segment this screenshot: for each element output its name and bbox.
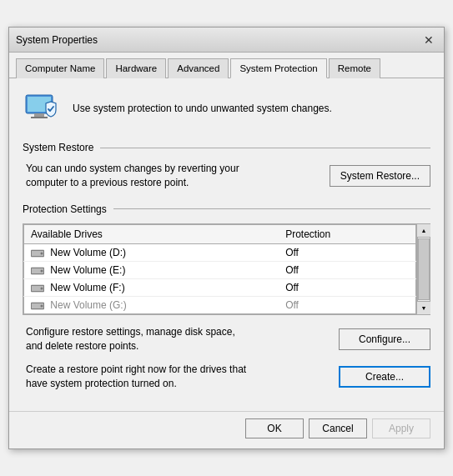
tab-bar: Computer Name Hardware Advanced System P…: [9, 53, 444, 78]
dialog-footer: OK Cancel Apply: [9, 411, 444, 448]
system-restore-label: System Restore: [23, 142, 93, 153]
drive-name: New Volume (G:): [24, 296, 279, 313]
restore-section: You can undo system changes by reverting…: [23, 162, 430, 190]
protection-settings-section: Protection Settings Available Drives Pro…: [23, 203, 430, 315]
cancel-button[interactable]: Cancel: [309, 418, 367, 438]
svg-point-9: [41, 269, 43, 272]
drive-protection: Off: [279, 296, 415, 313]
col-protection: Protection: [279, 224, 415, 243]
table-row[interactable]: New Volume (E:) Off: [24, 261, 416, 278]
header-section: Use system protection to undo unwanted s…: [23, 88, 430, 128]
drive-name: New Volume (F:): [24, 278, 279, 296]
table-row[interactable]: New Volume (D:) Off: [24, 243, 416, 261]
svg-point-6: [41, 252, 43, 254]
table-row[interactable]: New Volume (F:) Off: [24, 278, 416, 296]
drive-protection: Off: [279, 243, 415, 261]
drive-table-container: Available Drives Protection: [23, 223, 430, 315]
close-button[interactable]: ✕: [420, 32, 437, 48]
drive-table-border: Available Drives Protection: [23, 223, 417, 315]
tab-remote[interactable]: Remote: [329, 58, 380, 78]
restore-description: You can undo system changes by reverting…: [26, 162, 243, 190]
svg-point-15: [41, 304, 43, 307]
configure-button[interactable]: Configure...: [339, 328, 430, 350]
configure-description: Configure restore settings, manage disk …: [26, 325, 251, 353]
protection-settings-label: Protection Settings: [23, 203, 107, 215]
close-icon: ✕: [424, 33, 434, 47]
drive-icon: [31, 248, 44, 258]
tab-advanced[interactable]: Advanced: [168, 58, 229, 78]
system-restore-header: System Restore: [23, 142, 430, 153]
system-properties-window: System Properties ✕ Computer Name Hardwa…: [8, 27, 445, 449]
system-protection-icon: [23, 88, 63, 128]
drive-protection: Off: [279, 278, 415, 296]
drive-name: New Volume (D:): [24, 243, 279, 261]
configure-section: Configure restore settings, manage disk …: [23, 325, 430, 353]
drive-icon: [31, 266, 44, 276]
drive-name: New Volume (E:): [24, 261, 279, 278]
scroll-up-button[interactable]: ▲: [417, 224, 430, 238]
tab-hardware[interactable]: Hardware: [106, 58, 166, 78]
ok-button[interactable]: OK: [245, 418, 304, 438]
scroll-up-icon: ▲: [421, 228, 427, 233]
svg-rect-2: [34, 113, 44, 117]
create-button[interactable]: Create...: [339, 366, 430, 388]
title-bar: System Properties ✕: [9, 28, 444, 53]
window-title: System Properties: [16, 34, 98, 46]
header-description: Use system protection to undo unwanted s…: [73, 103, 332, 114]
col-available-drives: Available Drives: [24, 224, 279, 243]
scroll-down-icon: ▼: [421, 305, 427, 311]
tab-system-protection[interactable]: System Protection: [230, 58, 326, 78]
svg-rect-3: [31, 117, 48, 118]
protection-settings-header: Protection Settings: [23, 203, 430, 215]
system-restore-button[interactable]: System Restore...: [330, 165, 430, 187]
table-row[interactable]: New Volume (G:) Off: [24, 296, 416, 313]
drive-icon: [31, 301, 44, 311]
system-restore-divider: [100, 148, 430, 148]
protection-settings-divider: [113, 208, 430, 209]
drive-table: Available Drives Protection: [23, 224, 416, 314]
drive-icon: [31, 283, 44, 293]
apply-button[interactable]: Apply: [372, 418, 430, 438]
create-section: Create a restore point right now for the…: [23, 363, 430, 391]
drive-protection: Off: [279, 261, 415, 278]
scroll-thumb[interactable]: [418, 238, 430, 300]
create-description: Create a restore point right now for the…: [26, 363, 251, 391]
scrollbar: ▲ ▼: [417, 223, 430, 315]
scroll-down-button[interactable]: ▼: [417, 301, 430, 314]
tab-content: Use system protection to undo unwanted s…: [9, 78, 444, 411]
svg-point-12: [41, 287, 43, 289]
tab-computer-name[interactable]: Computer Name: [16, 58, 104, 78]
